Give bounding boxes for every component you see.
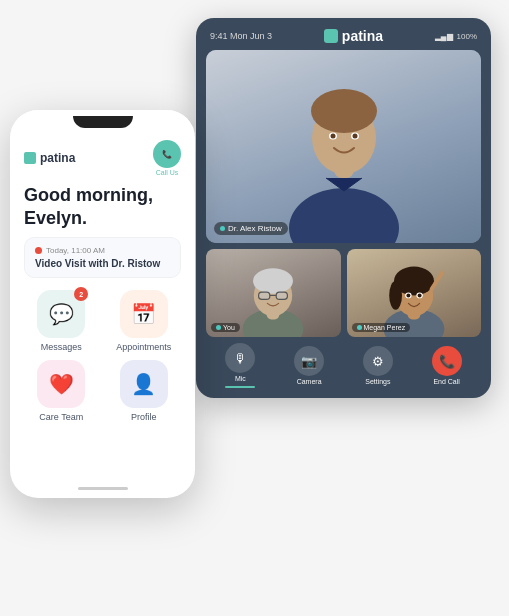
apt-time-text: Today, 11:00 AM [46, 246, 105, 255]
tablet-controls: 🎙 Mic 📷 Camera ⚙ Settings 📞 End Call [206, 337, 481, 390]
megan-dot [357, 325, 362, 330]
svg-rect-12 [259, 292, 270, 299]
doctor-name: Dr. Alex Ristow [228, 224, 282, 233]
you-label: You [211, 323, 240, 332]
video-megan: Megan Perez [347, 249, 482, 337]
settings-label: Settings [365, 378, 390, 385]
camera-icon: 📷 [294, 346, 324, 376]
care-team-label: Care Team [39, 412, 83, 422]
label-dot [220, 226, 225, 231]
tablet: 9:41 Mon Jun 3 patina ▂▄▆ 100% [196, 18, 491, 398]
mic-icon: 🎙 [225, 343, 255, 373]
app-appointments[interactable]: 📅 Appointments [107, 290, 182, 352]
doctor-figure [274, 50, 414, 243]
end-call-icon: 📞 [432, 346, 462, 376]
phone-notch-area [10, 110, 195, 130]
care-team-icon: ❤️ [37, 360, 85, 408]
camera-button[interactable]: 📷 Camera [294, 346, 324, 385]
settings-button[interactable]: ⚙ Settings [363, 346, 393, 385]
tablet-time: 9:41 Mon Jun 3 [210, 31, 272, 41]
megan-label: Megan Perez [352, 323, 411, 332]
tablet-logo-text: patina [342, 28, 383, 44]
settings-icon: ⚙ [363, 346, 393, 376]
apt-title: Video Visit with Dr. Ristow [35, 258, 170, 269]
phone-logo-text: patina [40, 151, 75, 165]
mic-button[interactable]: 🎙 Mic [225, 343, 255, 388]
signal-icon: ▂▄▆ [435, 32, 453, 41]
svg-point-22 [406, 293, 410, 297]
phone-notch [73, 116, 133, 128]
tablet-status-icons: ▂▄▆ 100% [435, 32, 477, 41]
tablet-status-bar: 9:41 Mon Jun 3 patina ▂▄▆ 100% [206, 28, 481, 50]
tablet-logo: patina [272, 28, 435, 44]
end-call-label: End Call [433, 378, 459, 385]
phone-header: patina 📞 Call Us [24, 140, 181, 176]
phone-body: patina 📞 Call Us Good morning, Evelyn. T… [10, 130, 195, 478]
appointment-card[interactable]: Today, 11:00 AM Video Visit with Dr. Ris… [24, 237, 181, 278]
you-figure [233, 249, 313, 337]
end-call-button[interactable]: 📞 End Call [432, 346, 462, 385]
doctor-label: Dr. Alex Ristow [214, 222, 288, 235]
svg-point-19 [389, 281, 402, 310]
apt-dot [35, 247, 42, 254]
messages-icon: 💬 2 [37, 290, 85, 338]
svg-point-11 [253, 268, 293, 294]
small-videos: You [206, 249, 481, 337]
app-profile[interactable]: 👤 Profile [107, 360, 182, 422]
you-text: You [223, 324, 235, 331]
svg-rect-13 [276, 292, 287, 299]
you-dot [216, 325, 221, 330]
call-us-label: Call Us [156, 169, 179, 176]
phone-home-bar [10, 478, 195, 498]
svg-point-23 [417, 293, 421, 297]
svg-point-0 [289, 188, 399, 243]
appointments-label: Appointments [116, 342, 171, 352]
battery-icon: 100% [457, 32, 477, 41]
phone-logo: patina [24, 151, 75, 165]
video-you: You [206, 249, 341, 337]
svg-point-7 [352, 134, 357, 139]
messages-badge: 2 [74, 287, 88, 301]
megan-text: Megan Perez [364, 324, 406, 331]
call-us-area[interactable]: 📞 Call Us [153, 140, 181, 176]
apt-time: Today, 11:00 AM [35, 246, 170, 255]
doctor-photo [206, 50, 481, 243]
app-care-team[interactable]: ❤️ Care Team [24, 360, 99, 422]
app-grid: 💬 2 Messages 📅 Appointments ❤️ Care Team… [24, 290, 181, 422]
call-button[interactable]: 📞 [153, 140, 181, 168]
phone: patina 📞 Call Us Good morning, Evelyn. T… [10, 110, 195, 498]
messages-label: Messages [41, 342, 82, 352]
tablet-logo-icon [324, 29, 338, 43]
svg-point-3 [311, 89, 377, 133]
profile-icon: 👤 [120, 360, 168, 408]
greeting-text: Good morning, Evelyn. [24, 184, 181, 229]
camera-label: Camera [297, 378, 322, 385]
app-messages[interactable]: 💬 2 Messages [24, 290, 99, 352]
main-video-area: Dr. Alex Ristow [206, 50, 481, 243]
mic-label: Mic [235, 375, 246, 382]
home-indicator [78, 487, 128, 490]
profile-label: Profile [131, 412, 157, 422]
phone-logo-icon [24, 152, 36, 164]
appointments-icon: 📅 [120, 290, 168, 338]
mic-underline [225, 386, 255, 388]
svg-point-6 [330, 134, 335, 139]
